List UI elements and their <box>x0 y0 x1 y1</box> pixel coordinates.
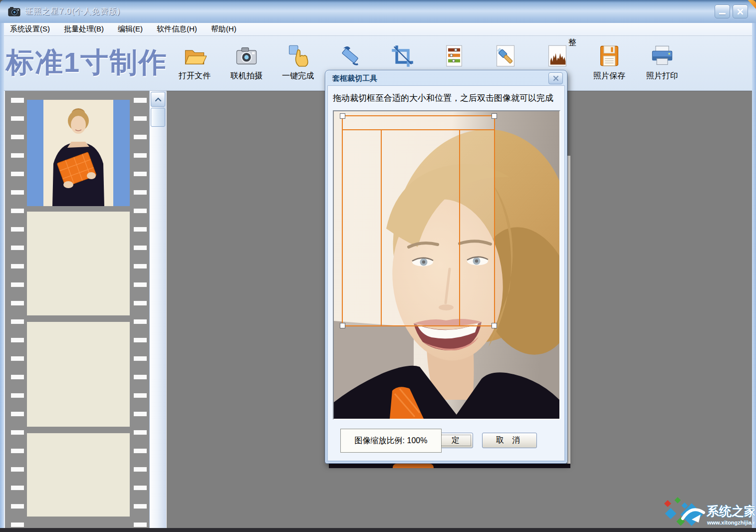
ok-button[interactable]: 定 <box>438 433 473 448</box>
one-click-button[interactable]: 一键完成 <box>275 44 320 81</box>
thumbnail-slot-3 <box>27 322 130 427</box>
dialog-close-button[interactable] <box>548 72 563 84</box>
scroll-up-button[interactable] <box>151 92 165 107</box>
crop-rotate-button[interactable] <box>380 44 425 68</box>
crop-divider-vertical-1 <box>381 130 382 325</box>
brush-icon <box>494 44 517 68</box>
thumbnail-slot-4 <box>27 433 130 517</box>
watermark-site-name: 系统之家 <box>706 504 755 518</box>
camera-capture-button[interactable]: 联机拍摄 <box>224 44 269 81</box>
scale-ratio-panel: 图像缩放比例: 100% <box>340 429 442 453</box>
save-photo-button[interactable]: 照片保存 <box>587 44 632 81</box>
close-button[interactable] <box>733 4 748 18</box>
site-watermark: 系统之家 www.xitongzhijia.net <box>663 496 755 531</box>
dialog-instruction: 拖动裁切框至合适的大小和位置，之后双击图像就可以完成 <box>333 92 564 104</box>
scale-ratio-label: 图像缩放比例: 100% <box>355 436 428 446</box>
minimize-icon <box>719 13 726 14</box>
camera-icon <box>235 44 258 68</box>
photo-edge-sliver <box>567 156 570 464</box>
window-border-left <box>0 23 4 528</box>
open-file-label: 打开文件 <box>172 71 217 81</box>
thumb-blue-bar-right <box>113 100 130 206</box>
one-click-hand-icon <box>286 44 310 68</box>
filmstrip-panel <box>4 91 149 528</box>
print-photo-label: 照片打印 <box>640 71 685 81</box>
filmstrip-scrollbar[interactable] <box>149 91 166 528</box>
cutter-icon <box>338 44 362 68</box>
crop-handle-top-right[interactable] <box>492 113 497 119</box>
color-adjust-button[interactable] <box>432 44 477 68</box>
title-bar: 证照之星7.0(个人免费版) <box>0 0 756 23</box>
cancel-button-label: 取 消 <box>496 435 523 446</box>
film-holes-right <box>134 91 147 528</box>
page-title: 标准1寸制作 <box>6 44 167 82</box>
histogram-icon <box>545 44 569 68</box>
menu-software-info[interactable]: 软件信息(H) <box>157 24 197 34</box>
thumbnail-slot-2 <box>27 212 130 315</box>
crop-image-area[interactable] <box>333 110 560 420</box>
menu-bar: 系统设置(S) 批量处理(B) 编辑(E) 软件信息(H) 帮助(H) <box>0 23 756 36</box>
one-click-label: 一键完成 <box>275 71 320 81</box>
close-icon <box>553 75 559 81</box>
site-logo-icon: 系统之家 www.xitongzhijia.net <box>663 496 755 531</box>
window-title: 证照之星7.0(个人免费版) <box>25 6 120 17</box>
scroll-thumb[interactable] <box>151 108 165 127</box>
thumbnail-photo <box>43 100 113 206</box>
photo-orange-sliver <box>393 464 434 468</box>
app-window: 证照之星7.0(个人免费版) 系统设置(S) 批量处理(B) 编辑(E) 软件信… <box>0 0 756 532</box>
crop-frame[interactable] <box>342 115 495 326</box>
thumb-blue-bar-left <box>27 100 43 206</box>
camera-icon <box>8 5 21 17</box>
dialog-title: 套框裁切工具 <box>328 74 377 83</box>
crop-icon <box>390 44 414 68</box>
menu-system-settings[interactable]: 系统设置(S) <box>10 24 50 34</box>
frame-crop-tool-button[interactable] <box>328 44 373 68</box>
menu-batch-process[interactable]: 批量处理(B) <box>64 24 104 34</box>
save-photo-label: 照片保存 <box>587 71 632 81</box>
color-sliders-icon <box>442 44 466 68</box>
retouch-button[interactable] <box>483 44 528 68</box>
menu-help[interactable]: 帮助(H) <box>211 24 237 34</box>
crop-divider-vertical-2 <box>459 130 460 325</box>
thumbnail-slot-1[interactable] <box>27 100 130 206</box>
crop-handle-bottom-left[interactable] <box>340 323 345 328</box>
crop-handle-bottom-right[interactable] <box>492 323 497 328</box>
save-floppy-icon <box>597 44 621 68</box>
watermark-site-url: www.xitongzhijia.net <box>707 520 755 526</box>
crop-tool-dialog: 套框裁切工具 拖动裁切框至合适的大小和位置，之后双击图像就可以完成 <box>325 70 567 464</box>
open-file-button[interactable]: 打开文件 <box>172 44 217 81</box>
minimize-button[interactable] <box>715 4 730 18</box>
window-border-right <box>752 23 756 528</box>
window-bottom-edge <box>0 528 756 532</box>
camera-capture-label: 联机拍摄 <box>224 71 269 81</box>
close-icon <box>737 8 744 15</box>
crop-divider-horizontal <box>343 129 494 130</box>
toolbar-label-fragment: 整 <box>568 37 576 48</box>
print-photo-button[interactable]: 照片打印 <box>640 44 685 81</box>
chevron-up-icon <box>155 97 162 102</box>
film-holes-left <box>11 91 24 528</box>
open-folder-icon <box>183 44 207 68</box>
printer-icon <box>650 44 674 68</box>
menu-edit[interactable]: 编辑(E) <box>118 24 143 34</box>
photo-bottom-sliver <box>329 464 570 468</box>
cancel-button[interactable]: 取 消 <box>482 433 537 448</box>
ok-button-label: 定 <box>440 435 471 446</box>
crop-handle-top-left[interactable] <box>340 113 345 119</box>
